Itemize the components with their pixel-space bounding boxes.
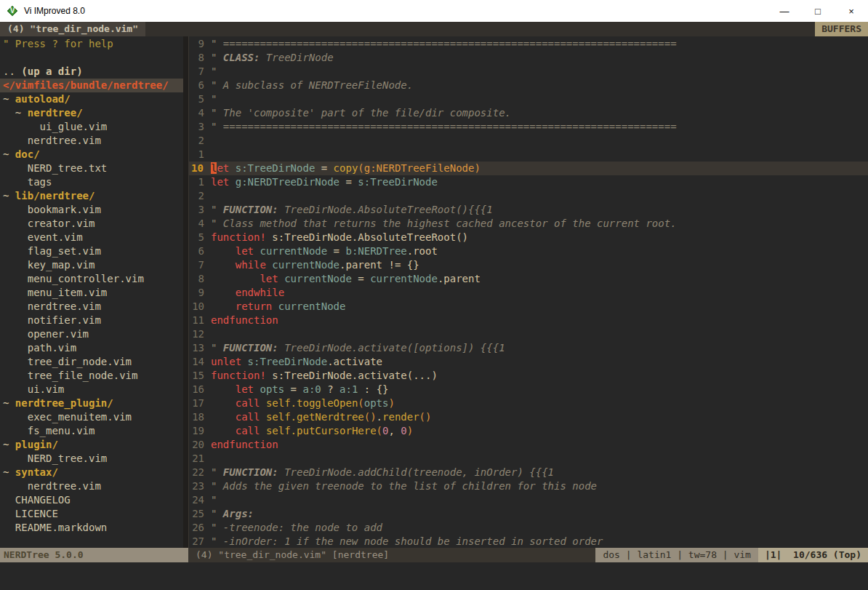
editor-buffer[interactable]: 9" =====================================…	[189, 36, 868, 548]
code-text: endwhile	[211, 286, 284, 300]
tree-item-dir[interactable]: ~ plugin/	[0, 438, 183, 452]
code-line[interactable]: 6" A subclass of NERDTreeFileNode.	[189, 79, 868, 92]
code-line[interactable]: 9" =====================================…	[189, 37, 868, 51]
code-line[interactable]: 25" Args:	[189, 507, 868, 521]
code-line[interactable]: 8" CLASS: TreeDirNode	[189, 51, 868, 65]
line-number: 11	[189, 314, 211, 327]
code-line[interactable]: 7"	[189, 65, 868, 79]
code-line[interactable]: 9 endwhile	[189, 286, 868, 300]
code-line[interactable]: 1let g:NERDTreeDirNode = s:TreeDirNode	[189, 175, 868, 189]
code-line[interactable]: 13" FUNCTION: TreeDirNode.activate([opti…	[189, 341, 868, 355]
code-line[interactable]: 12	[189, 327, 868, 341]
tree-item-help[interactable]: " Press ? for help	[0, 37, 183, 51]
vertical-split-handle[interactable]	[183, 36, 189, 548]
code-line[interactable]: 3" =====================================…	[189, 120, 868, 134]
tree-item-file[interactable]: ui_glue.vim	[0, 120, 183, 134]
tree-item-dir[interactable]: ~ syntax/	[0, 466, 183, 479]
tree-item-file[interactable]: menu_controller.vim	[0, 272, 183, 286]
code-token	[272, 300, 278, 312]
close-button[interactable]: ×	[835, 0, 868, 22]
tree-item-file[interactable]: notifier.vim	[0, 314, 183, 327]
tree-item-file[interactable]: bookmark.vim	[0, 203, 183, 217]
code-line[interactable]: 26" -treenode: the node to add	[189, 521, 868, 535]
code-line[interactable]: 23" Adds the given treenode to the list …	[189, 479, 868, 493]
code-token: FUNCTION:	[223, 466, 278, 478]
code-text: " ======================================…	[211, 120, 677, 134]
code-line[interactable]: 4" Class method that returns the highest…	[189, 217, 868, 231]
minimize-button[interactable]: —	[768, 0, 801, 22]
code-line[interactable]: 22" FUNCTION: TreeDirNode.addChild(treen…	[189, 466, 868, 479]
command-line[interactable]	[0, 562, 868, 590]
code-line[interactable]: 10 return currentNode	[189, 300, 868, 314]
tree-item-file[interactable]: fs_menu.vim	[0, 424, 183, 438]
line-number: 9	[189, 286, 211, 300]
code-text: " FUNCTION: TreeDirNode.addChild(treenod…	[211, 466, 554, 479]
tree-item-file[interactable]: ui.vim	[0, 383, 183, 396]
tree-item-text: notifier.vim	[3, 314, 101, 326]
nerdtree-panel[interactable]: " Press ? for help.. (up a dir)</vimfile…	[0, 36, 183, 548]
tree-item-dir[interactable]: ~ nerdtree_plugin/	[0, 396, 183, 410]
code-line[interactable]: 27" -inOrder: 1 if the new node should b…	[189, 535, 868, 548]
tree-item-file[interactable]: nerdtree.vim	[0, 479, 183, 493]
code-token: : {}	[358, 383, 388, 395]
code-token: " Class method that returns the highest …	[211, 218, 677, 229]
code-line[interactable]: 7 while currentNode.parent != {}	[189, 258, 868, 272]
tree-item-file[interactable]: nerdtree.vim	[0, 134, 183, 148]
tree-item-dir[interactable]: ~ autoload/	[0, 92, 183, 106]
tree-item-file[interactable]: opener.vim	[0, 327, 183, 341]
maximize-button[interactable]: □	[801, 0, 835, 22]
tree-item-file[interactable]: event.vim	[0, 231, 183, 244]
code-line[interactable]: 14unlet s:TreeDirNode.activate	[189, 355, 868, 369]
code-line[interactable]: 11endfunction	[189, 314, 868, 327]
tree-item-file[interactable]: tree_file_node.vim	[0, 369, 183, 383]
code-line[interactable]: 21	[189, 452, 868, 466]
code-text: while currentNode.parent != {}	[211, 258, 419, 272]
code-text: " The 'composite' part of the file/dir c…	[211, 106, 511, 120]
code-line[interactable]: 24"	[189, 493, 868, 507]
code-line[interactable]: 1	[189, 148, 868, 162]
tree-item-file[interactable]: creator.vim	[0, 217, 183, 231]
tree-item-file[interactable]: menu_item.vim	[0, 286, 183, 300]
code-token: =	[284, 383, 302, 395]
tree-item-file[interactable]: exec_menuitem.vim	[0, 410, 183, 424]
tree-item-file[interactable]: tags	[0, 175, 183, 189]
tree-item-dir[interactable]: ~ doc/	[0, 148, 183, 162]
tree-item-file[interactable]: README.markdown	[0, 521, 183, 535]
code-line[interactable]: 16 let opts = a:0 ? a:1 : {}	[189, 383, 868, 396]
code-line[interactable]: 20endfunction	[189, 438, 868, 452]
code-line[interactable]: 6 let currentNode = b:NERDTree.root	[189, 244, 868, 258]
tree-item-updir[interactable]: .. (up a dir)	[0, 65, 183, 79]
tree-item-file[interactable]: NERD_tree.vim	[0, 452, 183, 466]
code-line[interactable]: 3" FUNCTION: TreeDirNode.AbsoluteTreeRoo…	[189, 203, 868, 217]
code-line[interactable]: 2	[189, 134, 868, 148]
code-token: =	[315, 162, 333, 174]
tree-item-file[interactable]: path.vim	[0, 341, 183, 355]
code-line[interactable]: 19 call self.putCursorHere(0, 0)	[189, 424, 868, 438]
tree-item-dir[interactable]: ~ nerdtree/	[0, 106, 183, 120]
tab-tree-dir-node[interactable]: (4) "tree_dir_node.vim"	[0, 22, 145, 36]
code-line[interactable]: 5function! s:TreeDirNode.AbsoluteTreeRoo…	[189, 231, 868, 244]
tree-item-file[interactable]: nerdtree.vim	[0, 300, 183, 314]
code-line[interactable]: 18 call self.getNerdtree().render()	[189, 410, 868, 424]
code-line[interactable]: 8 let currentNode = currentNode.parent	[189, 272, 868, 286]
code-line[interactable]: 5"	[189, 92, 868, 106]
tree-item-text: tree_dir_node.vim	[3, 356, 132, 367]
tree-item-file[interactable]: flag_set.vim	[0, 244, 183, 258]
code-token: ?	[321, 383, 339, 395]
tree-item-file[interactable]: tree_dir_node.vim	[0, 355, 183, 369]
code-line-current[interactable]: 10let s:TreeDirNode = copy(g:NERDTreeFil…	[189, 162, 868, 175]
tree-item-text: ~	[3, 439, 15, 450]
code-line[interactable]: 4" The 'composite' part of the file/dir …	[189, 106, 868, 120]
tree-item-file[interactable]: CHANGELOG	[0, 493, 183, 507]
tree-item-file[interactable]: LICENCE	[0, 507, 183, 521]
code-token: s:TreeDirNode.AbsoluteTreeRoot()	[266, 231, 468, 243]
tree-item-file[interactable]: NERD_tree.txt	[0, 162, 183, 175]
code-line[interactable]: 15function! s:TreeDirNode.activate(...)	[189, 369, 868, 383]
tree-item-file[interactable]: key_map.vim	[0, 258, 183, 272]
tree-item-root[interactable]: </vimfiles/bundle/nerdtree/	[0, 79, 183, 92]
tree-item-text: tree_file_node.vim	[3, 370, 137, 381]
code-text: endfunction	[211, 438, 278, 452]
code-line[interactable]: 17 call self.toggleOpen(opts)	[189, 396, 868, 410]
tree-item-dir[interactable]: ~ lib/nerdtree/	[0, 189, 183, 203]
code-line[interactable]: 2	[189, 189, 868, 203]
